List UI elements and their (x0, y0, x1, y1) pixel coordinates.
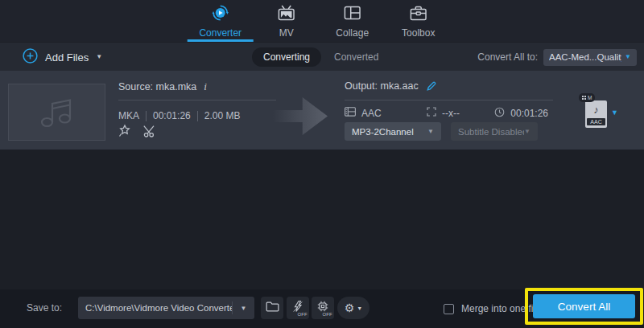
converter-icon (211, 4, 230, 25)
save-to-label: Save to: (27, 302, 62, 314)
rename-pencil-icon[interactable] (426, 80, 437, 92)
source-label: Source: mka.mka (118, 81, 196, 92)
badge-dots-icon (582, 96, 584, 97)
source-size: 2.00 MB (204, 110, 241, 121)
tab-collage[interactable]: Collage (320, 0, 386, 42)
source-label-row: Source: mka.mka i (118, 80, 207, 93)
file-list-empty-area (0, 150, 644, 289)
output-format: AAC (361, 108, 382, 119)
convert-all-to-value: AAC-Med...Quality (549, 52, 621, 62)
gear-icon: ⚙ (345, 302, 355, 314)
clock-icon (494, 107, 505, 120)
gpu-toggle-button[interactable]: OFF (312, 297, 334, 319)
output-resolution: --x-- (442, 108, 460, 119)
source-duration: 00:01:26 (153, 110, 191, 121)
conversion-arrow (273, 97, 328, 135)
add-files-label: Add Files (45, 51, 89, 64)
settings-caret-icon: ▼ (357, 305, 362, 311)
merge-checkbox[interactable] (444, 304, 454, 314)
open-folder-button[interactable] (261, 297, 283, 319)
save-path-caret-icon: ▼ (233, 305, 254, 312)
convert-all-to-select[interactable]: AAC-Med...Quality ▼ (543, 49, 637, 66)
tab-toolbox[interactable]: Toolbox (386, 0, 452, 42)
output-info: AAC --x-- 00:01:26 (345, 107, 553, 120)
audio-preset-value: MP3-2Channel (352, 127, 427, 137)
save-path-select[interactable]: C:\Vidmore\Vidmore Video Converter\Conve… (78, 297, 254, 319)
badge-text: M (588, 95, 592, 100)
convert-all-to: Convert All to: AAC-Med...Quality ▼ (477, 43, 637, 72)
effects-edit-icon[interactable] (118, 124, 131, 137)
settings-button[interactable]: ⚙ ▼ (337, 297, 369, 319)
output-label: Output: mka.aac (345, 80, 419, 92)
film-icon (345, 107, 356, 119)
audio-preset-select[interactable]: MP3-2Channel ▼ (345, 122, 441, 141)
nav-tabs: Converter MV (188, 0, 452, 42)
high-speed-toggle-button[interactable]: OFF (287, 297, 309, 319)
music-note-icon (36, 92, 78, 133)
output-label-row: Output: mka.aac (345, 80, 437, 92)
main-nav: Converter MV (0, 0, 644, 42)
folder-icon (266, 301, 279, 315)
add-plus-icon (23, 48, 38, 67)
highlight-box: Convert All (525, 288, 643, 325)
add-files-caret-icon: ▼ (96, 54, 102, 60)
app-window: Converter MV (0, 0, 644, 328)
output-file-type: AAC (587, 118, 605, 125)
separator (197, 111, 198, 121)
output-format-group: AAC (345, 107, 382, 119)
source-meta: MKA 00:01:26 2.00 MB (118, 110, 240, 121)
edit-tools (118, 124, 157, 137)
convert-all-to-caret-icon: ▼ (625, 54, 631, 60)
output-format-caret-icon[interactable]: ▼ (611, 109, 618, 117)
tab-mv[interactable]: MV (254, 0, 320, 42)
output-duration-group: 00:01:26 (494, 107, 548, 120)
source-divider (118, 100, 276, 100)
file-row: Source: mka.mka i MKA 00:01:26 2.00 MB (0, 71, 644, 150)
subtitle-caret-icon: ▼ (524, 129, 530, 135)
audio-preset-caret-icon: ▼ (427, 129, 434, 135)
file-thumbnail[interactable] (8, 84, 105, 141)
tab-toolbox-label: Toolbox (402, 27, 435, 39)
toolbar: Add Files ▼ Converting Converted Convert… (0, 42, 644, 71)
gpu-off-label: OFF (322, 312, 332, 317)
resolution-icon (427, 107, 436, 119)
tab-mv-label: MV (279, 27, 294, 39)
subtitle-select[interactable]: Subtitle Disabled ▼ (451, 122, 538, 141)
converted-tab[interactable]: Converted (334, 51, 378, 63)
high-speed-off-label: OFF (297, 312, 308, 317)
output-resolution-group: --x-- (427, 107, 460, 119)
output-duration: 00:01:26 (510, 108, 548, 119)
view-tabs: Converting Converted (252, 43, 378, 72)
output-file-icon: ♪ AAC (585, 100, 607, 128)
converting-tab[interactable]: Converting (252, 47, 321, 67)
output-format-badge: M (579, 93, 595, 102)
save-path-value: C:\Vidmore\Vidmore Video Converter\Conve… (78, 303, 232, 313)
output-divider (345, 100, 553, 100)
separator (146, 111, 147, 121)
footer-bar: Save to: C:\Vidmore\Vidmore Video Conver… (0, 289, 644, 328)
toolbox-icon (409, 4, 428, 25)
tab-converter-label: Converter (199, 27, 242, 39)
mv-icon (277, 4, 296, 25)
tab-converter[interactable]: Converter (188, 0, 254, 42)
tab-collage-label: Collage (336, 27, 369, 39)
cut-scissors-icon[interactable] (142, 125, 157, 137)
subtitle-value: Subtitle Disabled (458, 127, 524, 137)
add-files-button[interactable]: Add Files ▼ (23, 43, 102, 72)
convert-all-to-label: Convert All to: (477, 51, 538, 63)
file-note-icon: ♪ (585, 104, 607, 116)
convert-all-button[interactable]: Convert All (533, 294, 635, 318)
collage-icon (343, 4, 362, 25)
info-icon[interactable]: i (204, 80, 207, 93)
source-format: MKA (118, 110, 139, 121)
